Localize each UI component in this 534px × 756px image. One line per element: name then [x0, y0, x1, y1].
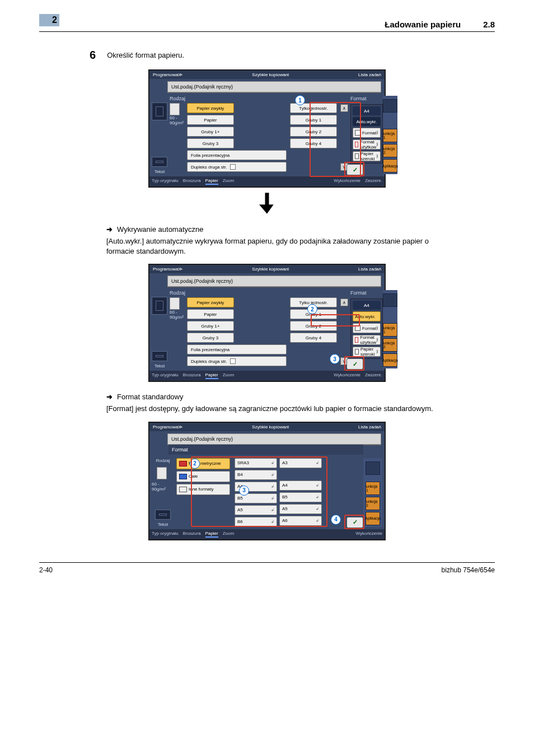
tab-papier[interactable]: Papier	[205, 178, 218, 185]
format-user-btn[interactable]: Format użytkow⟫	[353, 335, 381, 345]
list-icon	[155, 510, 171, 520]
screenshot-3: Programowa≫ Szybkie kopiowani Lista zada…	[149, 422, 385, 540]
callout-4: 4	[331, 515, 341, 525]
paper-type-btn[interactable]: Papier zwykły	[187, 297, 234, 307]
arrow-icon: ➜	[106, 225, 113, 234]
page-header: Ładowanie papieru 2.8	[39, 20, 495, 32]
screenshot-1: Programowa≫ Szybkie kopiowani Lista zada…	[149, 70, 385, 187]
paper-type-btn[interactable]: Folia prezentacyjna	[187, 344, 287, 354]
topbar-right: Lista zadań	[358, 72, 381, 77]
tab-zoom[interactable]: Zoom	[223, 178, 234, 185]
sidebar-func1[interactable]: unkcja 1	[383, 129, 397, 142]
breadcrumb: Ust.podaj.(Podajnik ręczny)	[167, 81, 381, 92]
down-arrow-icon	[39, 193, 495, 214]
format-subheader: Format	[168, 445, 363, 455]
breadcrumb: Ust.podaj.(Podajnik ręczny)	[167, 276, 381, 287]
sidebar-slot	[383, 99, 397, 113]
subsection-auto: ➜Wykrywanie automatyczne	[106, 225, 495, 234]
screenshot-2: Programowa≫ Szybkie kopiowani Lista zada…	[149, 264, 385, 381]
paper-type-btn[interactable]: Gruby 1+	[187, 321, 234, 331]
paper-icon	[157, 467, 167, 479]
header-title: Ładowanie papieru	[385, 20, 461, 29]
highlight-size-area	[191, 456, 327, 527]
step-text: Określić format papieru.	[107, 49, 184, 62]
paper-type-btn[interactable]: Papier	[187, 115, 234, 125]
tab-wykonczenie[interactable]: Wykończenie	[334, 178, 360, 185]
format-label: Format	[350, 96, 383, 101]
page-footer: 2-40 bizhub 754e/654e	[39, 562, 495, 574]
paper-wide-btn[interactable]: Papier szeroki⟫	[353, 347, 381, 357]
highlight-ok	[344, 162, 364, 176]
auto-description: [Auto.wykr.] automatycznie wykrywa forma…	[106, 236, 450, 256]
document-icon	[152, 102, 167, 120]
footer-model: bizhub 754e/654e	[442, 566, 495, 574]
footer-page: 2-40	[39, 566, 53, 574]
highlight-ok	[344, 356, 364, 371]
topbar-mid: Szybkie kopiowani	[252, 72, 289, 77]
bottom-tabs: Typ oryginału Broszura Papier Zoom Wykoń…	[149, 176, 385, 186]
subsection-std: ➜Format standardowy	[106, 393, 495, 401]
highlight-auto	[311, 314, 360, 326]
right-sidebar: unkcja 1 unkcja 2 Aplikacja	[383, 96, 397, 174]
tab-broszura[interactable]: Broszura	[183, 178, 201, 185]
std-description: [Format] jest dostępny, gdy ładowane są …	[106, 404, 450, 414]
header-section: 2.8	[483, 20, 495, 29]
tab-typ[interactable]: Typ oryginału	[152, 178, 179, 185]
list-icon	[152, 157, 167, 167]
paper-type-btn[interactable]: Folia prezentacyjna	[187, 150, 287, 160]
callout-3: 3	[330, 354, 340, 364]
scroll-up-icon[interactable]: ∧	[340, 298, 348, 306]
paper-icon	[170, 103, 180, 115]
paper-type-btn[interactable]: Gruby 3	[187, 333, 234, 343]
weight-label: 60 - 90g/m²	[170, 115, 184, 125]
breadcrumb: Ust.podaj.(Podajnik ręczny)	[167, 433, 381, 445]
paper-type-btn[interactable]: Papier	[187, 309, 234, 319]
topbar-left: Programowa≫	[153, 72, 182, 77]
list-icon	[152, 351, 167, 361]
document-icon	[152, 297, 167, 315]
arrow-icon: ➜	[106, 393, 113, 401]
callout-1: 1	[295, 95, 305, 105]
paper-type-btn[interactable]: Papier zwykły	[187, 103, 234, 113]
paper-type-btn[interactable]: Gruby 1+	[187, 127, 234, 137]
step-number: 6	[90, 49, 96, 62]
step-row: 6 Określić format papieru.	[90, 49, 495, 62]
sidebar-app[interactable]: Aplikacja	[383, 159, 397, 172]
rodzaj-label: Rodzaj	[170, 96, 348, 101]
duplex-checkbox[interactable]: Dupleks druga str.	[187, 356, 287, 366]
sidebar-func2[interactable]: unkcja 2	[383, 144, 397, 157]
tab-zaszere[interactable]: Zaszere.	[365, 178, 382, 185]
paper-icon	[170, 297, 180, 310]
highlight-ok	[344, 515, 364, 529]
duplex-checkbox[interactable]: Dupleks druga str.	[187, 162, 287, 172]
paper-type-btn[interactable]: Gruby 4	[290, 333, 337, 343]
tekst-label: Tekst	[154, 169, 165, 174]
format-panel: A4 Auto.wykr. Format⟫ Format użytkow⟫ Pa…	[350, 298, 383, 359]
paper-type-btn[interactable]: Gruby 3	[187, 138, 234, 148]
callout-2: 2	[307, 304, 317, 314]
